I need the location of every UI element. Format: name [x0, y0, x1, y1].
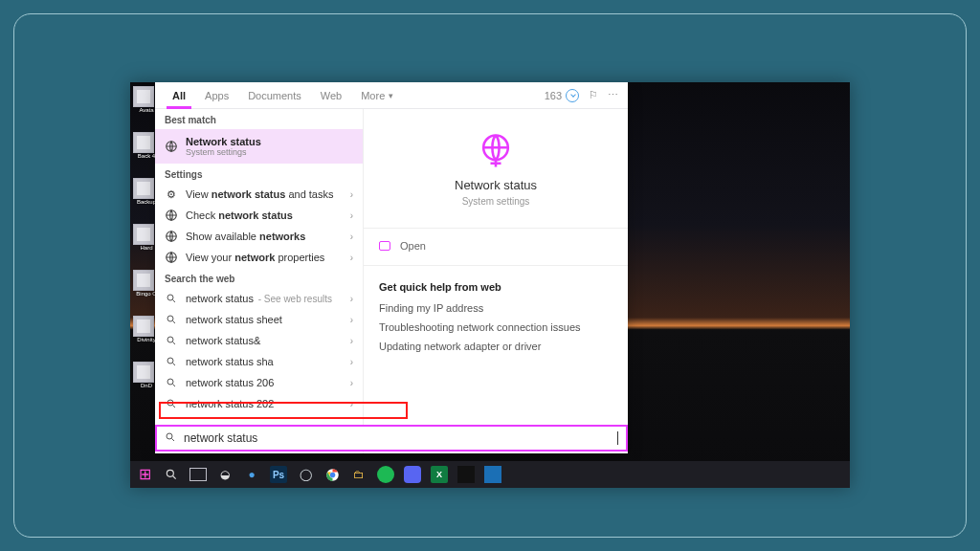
taskbar-app-icon[interactable]: ◒: [216, 466, 234, 483]
svg-point-12: [167, 470, 173, 476]
chevron-right-icon: ›: [350, 315, 353, 325]
results-list: Best match Network status System setting…: [155, 109, 364, 453]
help-header: Get quick help from web: [379, 281, 612, 293]
svg-point-4: [167, 295, 173, 300]
rewards-count: 163: [545, 90, 562, 101]
section-settings: Settings: [155, 164, 363, 184]
start-search-flyout: All Apps Documents Web More▾ 163 ⚐ ⋯ Bes…: [155, 82, 628, 453]
svg-point-5: [167, 316, 173, 321]
taskbar-search-icon[interactable]: [163, 466, 180, 483]
tab-all[interactable]: All: [163, 82, 195, 108]
search-icon: [165, 313, 178, 326]
start-button[interactable]: ⊞: [136, 466, 153, 483]
search-tabs: All Apps Documents Web More▾ 163 ⚐ ⋯: [155, 82, 628, 109]
web-result[interactable]: network status sha ›: [155, 351, 363, 372]
help-link[interactable]: Finding my IP address: [379, 298, 612, 318]
result-label: network status sha: [186, 356, 343, 367]
gear-icon: ⚙: [165, 187, 178, 201]
rewards-badge[interactable]: 163: [545, 89, 579, 102]
detail-kind: System settings: [462, 196, 530, 207]
result-title: Network status: [186, 136, 261, 147]
settings-result[interactable]: Check network status ›: [155, 205, 363, 226]
web-result[interactable]: network status& ›: [155, 330, 363, 351]
result-label: network status 202: [186, 398, 343, 409]
feedback-icon[interactable]: ⚐: [589, 89, 598, 101]
globe-icon: [165, 209, 178, 222]
search-icon: [165, 430, 176, 447]
help-link[interactable]: Troubleshooting network connection issue…: [379, 318, 612, 337]
photoshop-icon[interactable]: Ps: [270, 466, 287, 483]
result-label: View network status and tasks: [186, 188, 343, 200]
chevron-right-icon: ›: [350, 253, 353, 263]
rewards-icon: [566, 89, 579, 102]
search-icon: [165, 355, 178, 368]
chevron-right-icon: ›: [350, 189, 353, 200]
taskbar: ⊞ ◒ ● Ps ◯ 🗀 X: [130, 461, 850, 488]
chevron-right-icon: ›: [350, 378, 353, 388]
spotify-icon[interactable]: [377, 466, 394, 483]
text-caret: [617, 431, 618, 445]
open-label: Open: [400, 240, 426, 252]
result-label: network status - See web results: [186, 293, 343, 304]
chevron-right-icon: ›: [350, 336, 353, 346]
globe-icon: [165, 251, 178, 264]
section-best-match: Best match: [155, 109, 363, 129]
result-label: View your network properties: [186, 252, 343, 263]
result-detail-pane: Network status System settings Open Get …: [364, 109, 628, 453]
settings-result[interactable]: Show available networks ›: [155, 226, 363, 247]
steam-icon[interactable]: ◯: [297, 466, 314, 483]
chrome-icon[interactable]: [323, 466, 341, 483]
globe-icon: [165, 140, 178, 153]
chevron-right-icon: ›: [350, 357, 353, 367]
open-action[interactable]: Open: [379, 236, 612, 261]
chevron-right-icon: ›: [350, 294, 353, 304]
tab-more[interactable]: More▾: [351, 82, 403, 108]
search-icon: [165, 397, 178, 410]
open-icon: [379, 241, 390, 251]
settings-result[interactable]: View your network properties ›: [155, 247, 363, 268]
result-label: network status 206: [186, 377, 343, 388]
task-view-icon[interactable]: [189, 466, 207, 483]
tab-web[interactable]: Web: [311, 82, 351, 108]
chevron-right-icon: ›: [350, 231, 353, 242]
tab-documents[interactable]: Documents: [238, 82, 311, 108]
chevron-right-icon: ›: [350, 399, 353, 409]
tab-apps[interactable]: Apps: [195, 82, 238, 108]
windows-desktop-screenshot: Avata Back 4 Backup Hard Bingo C Divinit…: [130, 82, 850, 488]
svg-point-11: [167, 433, 172, 439]
chevron-right-icon: ›: [350, 210, 353, 221]
result-label: network status&: [186, 335, 343, 346]
more-options-icon[interactable]: ⋯: [608, 89, 620, 101]
result-best-network-status[interactable]: Network status System settings: [155, 129, 363, 164]
search-icon: [165, 334, 178, 347]
web-result[interactable]: network status sheet ›: [155, 309, 363, 330]
taskbar-app-icon[interactable]: ●: [243, 466, 260, 483]
svg-point-14: [329, 472, 335, 477]
discord-icon[interactable]: [404, 466, 421, 483]
help-link[interactable]: Updating network adapter or driver: [379, 337, 612, 356]
result-label: Check network status: [186, 209, 343, 221]
svg-point-8: [167, 379, 173, 385]
search-icon: [165, 376, 178, 389]
web-result[interactable]: network status - See web results ›: [155, 288, 363, 309]
terminal-icon[interactable]: [457, 466, 475, 483]
search-input[interactable]: [184, 431, 610, 445]
excel-icon[interactable]: X: [431, 466, 448, 483]
settings-result[interactable]: ⚙ View network status and tasks ›: [155, 184, 363, 205]
result-label: Show available networks: [186, 231, 343, 242]
web-result[interactable]: network status 202 ›: [155, 393, 363, 414]
section-search-web: Search the web: [155, 268, 363, 288]
divider: [364, 265, 628, 266]
taskbar-app-icon[interactable]: [484, 466, 501, 483]
start-search-box[interactable]: [155, 425, 628, 452]
globe-icon: [165, 230, 178, 243]
result-kind: System settings: [186, 147, 261, 157]
chevron-down-icon: ▾: [389, 91, 393, 100]
result-label: network status sheet: [186, 314, 343, 325]
detail-title: Network status: [455, 178, 537, 192]
svg-point-6: [167, 337, 173, 342]
explorer-icon[interactable]: 🗀: [350, 466, 368, 483]
web-result[interactable]: network status 206 ›: [155, 372, 363, 393]
globe-icon: [475, 130, 517, 174]
svg-point-7: [167, 358, 173, 364]
